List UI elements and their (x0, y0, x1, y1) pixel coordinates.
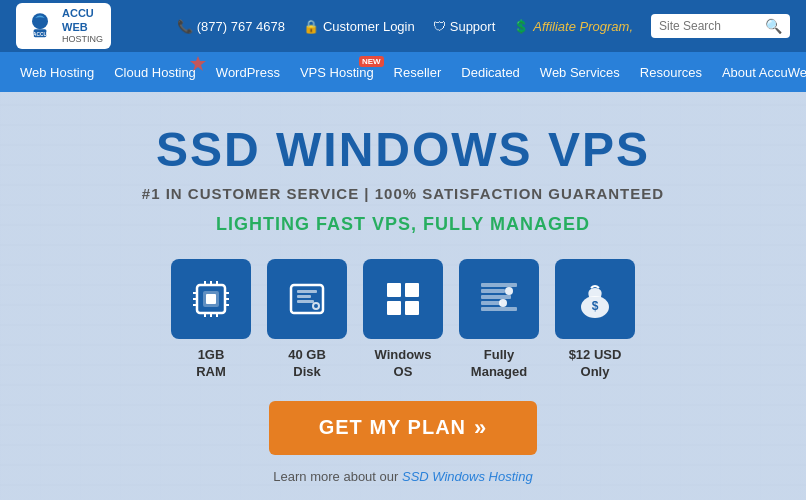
svg-rect-27 (387, 301, 401, 315)
windows-label: Windows OS (375, 347, 432, 381)
nav-vps-hosting[interactable]: VPS Hosting NEW (290, 52, 384, 92)
price-label: $12 USD Only (569, 347, 622, 381)
get-my-plan-button[interactable]: GET MY PLAN » (269, 401, 538, 455)
logo-area: ACCU ACCUWEBHOSTING (16, 3, 111, 48)
svg-marker-3 (190, 56, 206, 71)
disk-icon-box (267, 259, 347, 339)
logo-icon: ACCU (24, 10, 56, 42)
phone-link[interactable]: 📞 (877) 767 4678 (177, 19, 285, 34)
hero-tagline: LIGHTING FAST VPS, FULLY MANAGED (20, 214, 786, 235)
svg-rect-35 (481, 307, 517, 311)
svg-rect-25 (387, 283, 401, 297)
hero-section: SSD WINDOWS VPS #1 IN CUSTOMER SERVICE |… (0, 92, 806, 500)
customer-login-link[interactable]: 🔒 Customer Login (303, 19, 415, 34)
new-badge: NEW (359, 56, 384, 67)
logo-text: ACCUWEBHOSTING (62, 7, 103, 44)
lock-icon: 🔒 (303, 19, 319, 34)
support-icon: 🛡 (433, 19, 446, 34)
svg-point-33 (505, 287, 513, 295)
nav-about-accuweb[interactable]: About AccuWeb (712, 52, 806, 92)
features-row: 1GB RAM 40 GB Disk (20, 259, 786, 381)
affiliate-link[interactable]: 💲 Affiliate Program, (513, 19, 633, 34)
settings-icon (477, 277, 521, 321)
search-icon[interactable]: 🔍 (765, 18, 782, 34)
managed-icon-box (459, 259, 539, 339)
svg-rect-29 (481, 283, 517, 287)
nav-dedicated[interactable]: Dedicated (451, 52, 530, 92)
feature-managed: Fully Managed (459, 259, 539, 381)
svg-rect-22 (297, 300, 314, 303)
windows-icon-box (363, 259, 443, 339)
dollar-icon: 💲 (513, 19, 529, 34)
top-links: 📞 (877) 767 4678 🔒 Customer Login 🛡 Supp… (177, 14, 790, 38)
disk-label: 40 GB Disk (288, 347, 326, 381)
feature-windows: Windows OS (363, 259, 443, 381)
hero-subtitle: #1 IN CUSTOMER SERVICE | 100% SATISFACTI… (20, 185, 786, 202)
nav-cloud-hosting[interactable]: Cloud Hosting (104, 52, 206, 92)
svg-point-0 (32, 13, 48, 29)
search-box: 🔍 (651, 14, 790, 38)
nav-wordpress[interactable]: WordPress (206, 52, 290, 92)
support-link[interactable]: 🛡 Support (433, 19, 496, 34)
svg-rect-30 (481, 289, 505, 293)
ssd-windows-hosting-link[interactable]: SSD Windows Hosting (402, 469, 533, 484)
money-bag-icon: $ (573, 277, 617, 321)
affiliate-label: Affiliate Program, (533, 19, 633, 34)
svg-point-24 (314, 304, 318, 308)
price-icon-box: $ (555, 259, 635, 339)
nav-resources[interactable]: Resources (630, 52, 712, 92)
phone-icon: 📞 (177, 19, 193, 34)
cpu-icon (189, 277, 233, 321)
ram-label: 1GB RAM (196, 347, 226, 381)
search-input[interactable] (659, 19, 759, 33)
svg-rect-6 (206, 294, 216, 304)
svg-point-34 (499, 299, 507, 307)
sale-badge-icon (190, 56, 206, 72)
phone-number: (877) 767 4678 (197, 19, 285, 34)
managed-label: Fully Managed (471, 347, 527, 381)
feature-price: $ $12 USD Only (555, 259, 635, 381)
svg-rect-26 (405, 283, 419, 297)
nav-bar: Web Hosting Cloud Hosting WordPress VPS … (0, 52, 806, 92)
windows-icon (381, 277, 425, 321)
disk-icon (285, 277, 329, 321)
svg-rect-20 (297, 290, 317, 293)
top-bar: ACCU ACCUWEBHOSTING 📞 (877) 767 4678 🔒 C… (0, 0, 806, 52)
nav-web-hosting[interactable]: Web Hosting (10, 52, 104, 92)
learn-more-text: Learn more about our SSD Windows Hosting (20, 469, 786, 484)
hero-title: SSD WINDOWS VPS (20, 122, 786, 177)
svg-rect-31 (481, 295, 511, 299)
ram-icon-box (171, 259, 251, 339)
arrows-icon: » (474, 415, 487, 441)
svg-rect-21 (297, 295, 311, 298)
svg-rect-28 (405, 301, 419, 315)
svg-text:$: $ (592, 299, 599, 313)
svg-text:ACCU: ACCU (33, 32, 47, 37)
feature-ram: 1GB RAM (171, 259, 251, 381)
svg-rect-32 (481, 301, 501, 305)
nav-web-services[interactable]: Web Services (530, 52, 630, 92)
logo-box: ACCU ACCUWEBHOSTING (16, 3, 111, 48)
feature-disk: 40 GB Disk (267, 259, 347, 381)
nav-reseller[interactable]: Reseller (384, 52, 452, 92)
